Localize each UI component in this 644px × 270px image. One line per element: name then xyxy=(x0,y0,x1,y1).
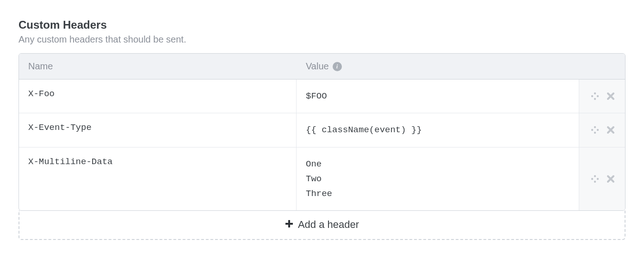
svg-point-8 xyxy=(594,175,595,177)
section-description: Any custom headers that should be sent. xyxy=(19,34,625,45)
svg-point-3 xyxy=(594,98,595,100)
table-row: X-Foo$FOO xyxy=(19,80,625,113)
table-header-row: Name Value i xyxy=(19,54,625,80)
plus-icon xyxy=(285,219,293,231)
svg-point-0 xyxy=(594,92,595,94)
drag-handle-icon[interactable] xyxy=(590,91,600,101)
info-icon[interactable]: i xyxy=(333,62,342,71)
add-header-button[interactable]: Add a header xyxy=(19,210,625,240)
remove-row-button[interactable] xyxy=(607,126,615,134)
column-header-value: Value i xyxy=(297,54,625,79)
header-name-cell[interactable]: X-Multiline-Data xyxy=(19,147,297,211)
section-title: Custom Headers xyxy=(19,18,625,31)
svg-point-2 xyxy=(596,95,598,97)
remove-row-button[interactable] xyxy=(607,92,615,100)
drag-handle-icon[interactable] xyxy=(590,174,600,184)
column-header-name: Name xyxy=(19,54,297,79)
svg-point-10 xyxy=(596,178,598,180)
header-value-cell[interactable]: $FOO xyxy=(297,80,579,113)
svg-point-5 xyxy=(591,129,593,131)
header-name-cell[interactable]: X-Foo xyxy=(19,80,297,113)
header-value-cell[interactable]: {{ className(event) }} xyxy=(297,113,579,147)
table-row: X-Multiline-DataOne Two Three xyxy=(19,147,625,211)
row-actions xyxy=(579,147,625,211)
svg-point-4 xyxy=(594,126,595,128)
drag-handle-icon[interactable] xyxy=(590,125,600,135)
add-header-label: Add a header xyxy=(298,219,359,231)
remove-row-button[interactable] xyxy=(607,175,615,183)
svg-point-1 xyxy=(591,95,593,97)
row-actions xyxy=(579,80,625,113)
svg-point-9 xyxy=(591,178,593,180)
header-name-cell[interactable]: X-Event-Type xyxy=(19,113,297,147)
table-row: X-Event-Type{{ className(event) }} xyxy=(19,113,625,147)
svg-point-11 xyxy=(594,181,595,183)
column-header-value-label: Value xyxy=(306,61,329,72)
svg-rect-13 xyxy=(285,223,293,225)
row-actions xyxy=(579,113,625,147)
svg-point-7 xyxy=(594,132,595,134)
svg-point-6 xyxy=(596,129,598,131)
headers-table: Name Value i X-Foo$FOOX-Event-Type{{ cla… xyxy=(19,53,625,211)
header-value-cell[interactable]: One Two Three xyxy=(297,147,579,211)
